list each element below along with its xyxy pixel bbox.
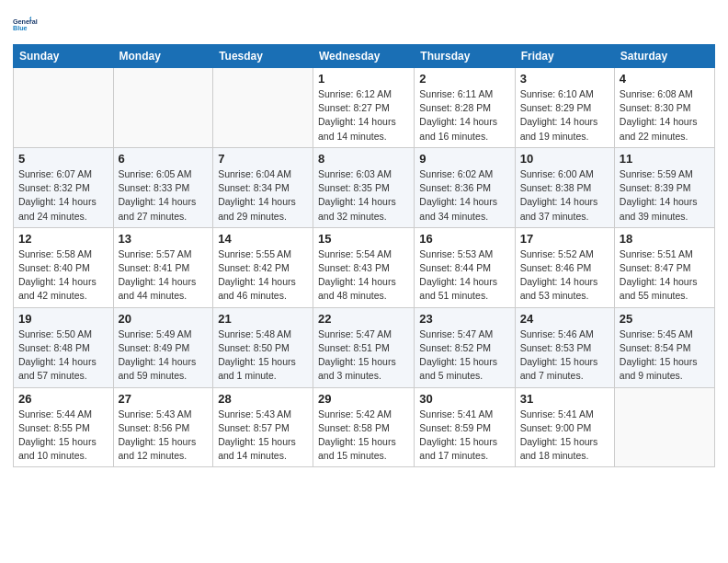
day-number: 3 [520,72,609,86]
calendar-day-16: 16Sunrise: 5:53 AMSunset: 8:44 PMDayligh… [415,227,515,307]
day-info: Sunrise: 5:52 AMSunset: 8:46 PMDaylight:… [520,247,609,304]
calendar-day-4: 4Sunrise: 6:08 AMSunset: 8:30 PMDaylight… [614,68,714,148]
day-info: Sunrise: 5:59 AMSunset: 8:39 PMDaylight:… [620,167,710,224]
calendar-day-29: 29Sunrise: 5:42 AMSunset: 8:58 PMDayligh… [313,387,415,467]
calendar-week-row: 19Sunrise: 5:50 AMSunset: 8:48 PMDayligh… [14,307,715,387]
calendar-day-17: 17Sunrise: 5:52 AMSunset: 8:46 PMDayligh… [515,227,614,307]
day-number: 2 [419,72,509,86]
day-info: Sunrise: 5:48 AMSunset: 8:50 PMDaylight:… [218,327,308,384]
day-info: Sunrise: 6:05 AMSunset: 8:33 PMDaylight:… [119,167,209,224]
svg-text:Blue: Blue [13,24,28,32]
day-number: 13 [119,232,209,246]
day-info: Sunrise: 5:45 AMSunset: 8:54 PMDaylight:… [620,327,710,384]
day-info: Sunrise: 6:12 AMSunset: 8:27 PMDaylight:… [318,87,409,144]
calendar-week-row: 5Sunrise: 6:07 AMSunset: 8:32 PMDaylight… [14,147,715,227]
day-info: Sunrise: 5:51 AMSunset: 8:47 PMDaylight:… [620,247,710,304]
weekday-header-tuesday: Tuesday [213,45,313,68]
logo-icon: General Blue [13,9,42,39]
day-info: Sunrise: 5:49 AMSunset: 8:49 PMDaylight:… [119,327,209,384]
calendar-day-28: 28Sunrise: 5:43 AMSunset: 8:57 PMDayligh… [213,387,313,467]
calendar-week-row: 26Sunrise: 5:44 AMSunset: 8:55 PMDayligh… [14,387,715,467]
day-number: 1 [318,72,409,86]
day-info: Sunrise: 5:57 AMSunset: 8:41 PMDaylight:… [119,247,209,304]
day-info: Sunrise: 5:55 AMSunset: 8:42 PMDaylight:… [218,247,308,304]
day-info: Sunrise: 5:50 AMSunset: 8:48 PMDaylight:… [18,327,108,384]
calendar-day-2: 2Sunrise: 6:11 AMSunset: 8:28 PMDaylight… [415,68,515,148]
calendar-day-20: 20Sunrise: 5:49 AMSunset: 8:49 PMDayligh… [113,307,213,387]
header: General Blue [13,9,715,39]
calendar-week-row: 12Sunrise: 5:58 AMSunset: 8:40 PMDayligh… [14,227,715,307]
day-number: 20 [119,312,209,326]
calendar-week-row: 1Sunrise: 6:12 AMSunset: 8:27 PMDaylight… [14,68,715,148]
calendar-day-30: 30Sunrise: 5:41 AMSunset: 8:59 PMDayligh… [415,387,515,467]
day-number: 26 [18,392,108,406]
weekday-header-monday: Monday [113,45,213,68]
day-info: Sunrise: 5:43 AMSunset: 8:57 PMDaylight:… [218,408,308,464]
calendar-day-15: 15Sunrise: 5:54 AMSunset: 8:43 PMDayligh… [313,227,415,307]
calendar-day-11: 11Sunrise: 5:59 AMSunset: 8:39 PMDayligh… [614,147,714,227]
day-number: 19 [18,312,108,326]
weekday-header-sunday: Sunday [14,45,114,68]
calendar-day-1: 1Sunrise: 6:12 AMSunset: 8:27 PMDaylight… [313,68,415,148]
day-number: 28 [218,392,308,406]
calendar-day-14: 14Sunrise: 5:55 AMSunset: 8:42 PMDayligh… [213,227,313,307]
page: General Blue SundayMondayTuesdayWednesda… [0,0,728,563]
logo: General Blue [13,9,44,39]
calendar-day-13: 13Sunrise: 5:57 AMSunset: 8:41 PMDayligh… [113,227,213,307]
calendar-empty-cell [113,68,213,148]
day-info: Sunrise: 6:07 AMSunset: 8:32 PMDaylight:… [18,167,108,224]
day-info: Sunrise: 6:03 AMSunset: 8:35 PMDaylight:… [318,167,409,224]
calendar-day-10: 10Sunrise: 6:00 AMSunset: 8:38 PMDayligh… [515,147,614,227]
day-info: Sunrise: 5:41 AMSunset: 9:00 PMDaylight:… [520,408,609,464]
day-info: Sunrise: 6:10 AMSunset: 8:29 PMDaylight:… [520,87,609,144]
day-number: 8 [318,152,409,166]
day-info: Sunrise: 5:46 AMSunset: 8:53 PMDaylight:… [520,327,609,384]
day-info: Sunrise: 6:11 AMSunset: 8:28 PMDaylight:… [419,87,509,144]
day-info: Sunrise: 6:00 AMSunset: 8:38 PMDaylight:… [520,167,609,224]
calendar-day-24: 24Sunrise: 5:46 AMSunset: 8:53 PMDayligh… [515,307,614,387]
day-info: Sunrise: 6:04 AMSunset: 8:34 PMDaylight:… [218,167,308,224]
calendar-day-25: 25Sunrise: 5:45 AMSunset: 8:54 PMDayligh… [614,307,714,387]
day-number: 17 [520,232,609,246]
day-number: 14 [218,232,308,246]
day-number: 11 [620,152,710,166]
day-info: Sunrise: 5:54 AMSunset: 8:43 PMDaylight:… [318,247,409,304]
calendar-table: SundayMondayTuesdayWednesdayThursdayFrid… [13,44,715,467]
calendar-day-5: 5Sunrise: 6:07 AMSunset: 8:32 PMDaylight… [14,147,114,227]
calendar-day-27: 27Sunrise: 5:43 AMSunset: 8:56 PMDayligh… [113,387,213,467]
day-number: 16 [419,232,509,246]
day-info: Sunrise: 6:02 AMSunset: 8:36 PMDaylight:… [419,167,509,224]
calendar-empty-cell [614,387,714,467]
day-number: 9 [419,152,509,166]
day-number: 5 [18,152,108,166]
day-info: Sunrise: 5:42 AMSunset: 8:58 PMDaylight:… [318,408,409,464]
calendar-day-21: 21Sunrise: 5:48 AMSunset: 8:50 PMDayligh… [213,307,313,387]
day-number: 18 [620,232,710,246]
calendar-day-31: 31Sunrise: 5:41 AMSunset: 9:00 PMDayligh… [515,387,614,467]
calendar-day-7: 7Sunrise: 6:04 AMSunset: 8:34 PMDaylight… [213,147,313,227]
day-number: 25 [620,312,710,326]
calendar-day-26: 26Sunrise: 5:44 AMSunset: 8:55 PMDayligh… [14,387,114,467]
calendar-header-row: SundayMondayTuesdayWednesdayThursdayFrid… [14,45,715,68]
weekday-header-wednesday: Wednesday [313,45,415,68]
calendar-day-19: 19Sunrise: 5:50 AMSunset: 8:48 PMDayligh… [14,307,114,387]
calendar-day-23: 23Sunrise: 5:47 AMSunset: 8:52 PMDayligh… [415,307,515,387]
calendar-empty-cell [213,68,313,148]
day-info: Sunrise: 5:53 AMSunset: 8:44 PMDaylight:… [419,247,509,304]
day-info: Sunrise: 5:47 AMSunset: 8:52 PMDaylight:… [419,327,509,384]
day-number: 27 [119,392,209,406]
day-number: 24 [520,312,609,326]
calendar-day-9: 9Sunrise: 6:02 AMSunset: 8:36 PMDaylight… [415,147,515,227]
weekday-header-thursday: Thursday [415,45,515,68]
day-number: 15 [318,232,409,246]
calendar-day-22: 22Sunrise: 5:47 AMSunset: 8:51 PMDayligh… [313,307,415,387]
day-number: 10 [520,152,609,166]
calendar-day-8: 8Sunrise: 6:03 AMSunset: 8:35 PMDaylight… [313,147,415,227]
calendar-empty-cell [14,68,114,148]
calendar-day-12: 12Sunrise: 5:58 AMSunset: 8:40 PMDayligh… [14,227,114,307]
day-info: Sunrise: 5:58 AMSunset: 8:40 PMDaylight:… [18,247,108,304]
day-info: Sunrise: 5:43 AMSunset: 8:56 PMDaylight:… [119,408,209,464]
day-number: 4 [620,72,710,86]
day-number: 12 [18,232,108,246]
day-info: Sunrise: 5:41 AMSunset: 8:59 PMDaylight:… [419,408,509,464]
